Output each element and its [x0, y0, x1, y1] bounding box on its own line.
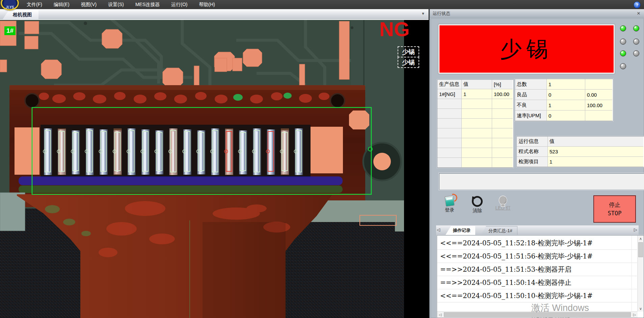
alarm-message-box: 少锡: [438, 24, 615, 74]
table-cell: [585, 79, 612, 90]
pin-highlight: [158, 131, 160, 172]
table-cell: [585, 111, 612, 121]
log-list: <<==2024-05-05_11:52:18-检测完毕-少锡-1#<<==20…: [437, 237, 637, 311]
pin-highlight: [298, 131, 299, 172]
table-cell: [437, 158, 462, 168]
tab-class-summary[interactable]: 分类汇总-1#: [481, 226, 517, 236]
led-indicator: [633, 39, 639, 45]
menu-item[interactable]: 运行(O): [165, 0, 193, 9]
clear-button[interactable]: 清除: [468, 196, 487, 218]
chevron-down-icon[interactable]: ▼: [421, 11, 425, 16]
table-row: 程式名称523: [517, 147, 644, 157]
log-entry: <<==2024-05-05_11:51:56-检测完毕-少锡-1#: [437, 250, 637, 263]
tab-camera-view[interactable]: 相机视图: [3, 10, 38, 19]
login-button-label: 登录: [445, 207, 454, 213]
table-row: 1#[NG]1100.00: [437, 89, 513, 99]
table-cell: [437, 109, 462, 119]
table-cell: 1: [462, 89, 492, 99]
tab-scroll-left-icon[interactable]: ◁: [437, 227, 440, 232]
table-cell: 总数: [515, 79, 547, 90]
menu-item[interactable]: 帮助(H): [193, 0, 220, 9]
login-button[interactable]: 登录: [440, 196, 459, 218]
menu-item[interactable]: 设置(S): [102, 0, 130, 9]
led-glint-icon: [634, 39, 636, 41]
table-cell: [492, 138, 513, 148]
horizontal-scroll-thumb[interactable]: [444, 312, 631, 317]
table-cell: [462, 148, 492, 158]
table-cell: [492, 148, 513, 158]
scroll-left-icon[interactable]: ◁: [437, 312, 443, 318]
scroll-right-icon[interactable]: ▷: [632, 312, 638, 318]
pin-highlight: [256, 131, 258, 172]
log-entry: ==>>2024-05-05_11:51:53-检测器开启: [437, 263, 637, 276]
pin-highlight: [186, 131, 188, 172]
table-cell: [%]: [492, 80, 513, 89]
table-cell: 523: [548, 147, 643, 157]
stop-button[interactable]: 停止 STOP: [593, 195, 636, 223]
menu-bar-items: 文件(F)编辑(E)视图(V)设置(S)MES连接器运行(O)帮助(H): [21, 0, 221, 9]
menu-item[interactable]: 视图(V): [75, 0, 103, 9]
pin-highlight: [172, 131, 174, 172]
menu-item[interactable]: 文件(F): [21, 0, 48, 9]
stop-button-label-cn: 停止: [609, 201, 620, 209]
table-cell: 0: [547, 90, 585, 100]
pin-highlight: [214, 131, 216, 172]
pin-highlight: [270, 131, 272, 172]
table-row: [437, 158, 513, 168]
led-indicator: [620, 25, 626, 31]
login-icon: [445, 195, 455, 206]
table-row: [437, 119, 513, 128]
help-icon[interactable]: ?: [634, 1, 641, 8]
clear-button-label: 清除: [473, 208, 482, 214]
table-cell: 1: [547, 79, 585, 90]
operation-log-panel: <<==2024-05-05_11:52:18-检测完毕-少锡-1#<<==20…: [437, 235, 644, 318]
run-info-table: 运行信息值程式名称523检测项目1: [516, 136, 644, 167]
statistics-table: 总数1良品00.00不良1100.00速率[UPM]0: [515, 79, 613, 121]
menu-bar: JLYS 文件(F)编辑(E)视图(V)设置(S)MES连接器运行(O)帮助(H…: [0, 0, 644, 9]
table-row: 速率[UPM]0: [515, 111, 613, 121]
pin-highlight: [117, 131, 118, 172]
table-cell: 0: [547, 111, 585, 121]
table-row: [437, 99, 513, 109]
table-cell: 速率[UPM]: [515, 111, 547, 121]
tab-scroll-right-icon[interactable]: ▷: [634, 227, 637, 232]
app-logo-icon: JLYS: [1, 0, 19, 10]
pin-highlight: [284, 131, 286, 172]
table-cell: 100.00: [492, 89, 513, 99]
table-row: [437, 109, 513, 119]
close-icon[interactable]: ×: [635, 9, 642, 18]
table-row: 运行信息值: [517, 137, 644, 147]
led-indicator: [633, 25, 639, 31]
led-indicator: [620, 50, 626, 56]
led-indicator: [633, 50, 639, 56]
table-row: 检测项目1: [517, 157, 644, 167]
tab-operation-log[interactable]: 操作记录: [446, 226, 475, 235]
log-tab-bar: ◁ 操作记录 分类汇总-1# ▷: [436, 225, 639, 235]
table-cell: [437, 119, 462, 128]
status-panel: 运行状态 × 少锡 生产信息值[%]1#[NG]1100.00 总数1良品00.…: [429, 9, 644, 318]
vertical-scrollbar[interactable]: ∧ ∨: [637, 236, 644, 312]
log-column-divider: [632, 236, 632, 311]
table-row: [437, 148, 513, 158]
table-row: [437, 128, 513, 138]
table-row: 总数1: [515, 79, 613, 90]
defect-tag-list: 少锡少锡: [398, 47, 419, 68]
log-entry: <<==2024-05-05_11:50:10-检测完毕-少锡-1#: [437, 289, 637, 302]
vertical-scroll-thumb[interactable]: [638, 242, 643, 257]
led-glint-icon: [621, 26, 623, 28]
pcb-image: [0, 19, 429, 318]
horizontal-scrollbar[interactable]: ◁ ▷: [437, 311, 638, 318]
led-glint-icon: [634, 26, 636, 28]
menu-item[interactable]: MES连接器: [130, 0, 165, 9]
scroll-down-icon[interactable]: ∨: [638, 305, 644, 312]
table-cell: [462, 158, 492, 168]
table-row: [437, 138, 513, 148]
defect-tag: 少锡: [398, 57, 419, 68]
table-cell: 0.00: [585, 90, 612, 100]
table-cell: [492, 119, 513, 128]
table-cell: [462, 119, 492, 128]
panel-title: 运行状态: [430, 9, 644, 18]
menu-item[interactable]: 编辑(E): [48, 0, 75, 9]
table-cell: [462, 99, 492, 109]
scroll-up-icon[interactable]: ∧: [638, 236, 644, 242]
